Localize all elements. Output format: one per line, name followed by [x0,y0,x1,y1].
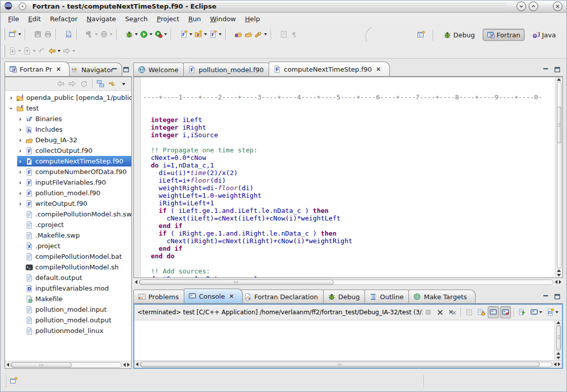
tree-item-cproject[interactable]: .cproject [5,219,131,230]
close-tab-icon[interactable]: × [56,66,61,73]
tab-make-targets[interactable]: Make Targets [408,290,475,303]
code-editor[interactable]: ----+----1----+----2----+----3----+----4… [141,77,555,277]
tree-item-includes[interactable]: ›hIncludes [5,124,131,135]
close-tab-icon[interactable]: × [229,293,234,300]
show-stdout-button[interactable] [488,306,499,318]
editor-vertical-scrollbar[interactable] [555,77,562,277]
maximize-view-button[interactable] [553,293,561,302]
dropdown-arrow-icon[interactable] [33,50,36,52]
tab-outline[interactable]: Outline [365,290,412,303]
show-whitespace-button[interactable]: ¶ [289,28,299,41]
open-console-button[interactable] [545,306,560,318]
tab-problems[interactable]: Problems [133,290,187,303]
tree-expand-icon[interactable]: › [17,169,23,176]
dropdown-arrow-icon[interactable] [18,33,21,35]
editor-horizontal-scrollbar[interactable] [133,278,563,286]
dropdown-arrow-icon[interactable] [189,33,192,35]
dropdown-arrow-icon[interactable] [555,311,558,313]
scroll-right-icon[interactable] [559,280,561,284]
remove-launch-button[interactable] [435,306,446,318]
view-back-button[interactable] [56,77,66,90]
show-stderr-button[interactable] [500,306,511,318]
window-menu-icon[interactable] [19,3,26,10]
search-flashlight-button[interactable] [253,28,268,41]
scroll-right-icon[interactable] [127,363,130,367]
save-button[interactable] [33,28,43,41]
menu-run[interactable]: Run [184,14,205,24]
scroll-up-icon[interactable] [556,352,560,355]
scroll-lock-button[interactable] [476,306,487,318]
tree-expand-icon[interactable]: › [17,126,23,133]
tree-item-inputfilevariables-mod[interactable]: Dinputfilevariables.mod [5,283,131,294]
open-resource-button[interactable] [243,28,253,41]
tab-console[interactable]: Console× [184,289,243,303]
new-fortran-project-button[interactable]: F [193,28,208,41]
tab-fortran-pr[interactable]: FFortran Pr× [5,62,70,76]
new-fortran-file-alt-button[interactable]: F [208,28,223,41]
pin-console-button[interactable] [517,306,528,318]
dropdown-arrow-icon[interactable] [58,50,61,52]
console-horizontal-scrollbar[interactable] [134,360,562,368]
prev-annotation-button[interactable] [22,44,37,58]
open-perspective-button[interactable] [416,28,426,41]
tree-item-makefile[interactable]: Makefile [5,294,131,304]
menu-help[interactable]: Help [240,14,265,24]
tree-item-makefile-swp[interactable]: .Makefile.swp [5,230,131,241]
tree-expand-icon[interactable]: › [8,94,14,101]
view-menu-button[interactable] [119,77,129,90]
scroll-up-icon[interactable] [557,269,561,272]
tree-item-pollutionmodel-linux[interactable]: pollutionmodel_linux [5,325,131,336]
tab-pollution-model-f90[interactable]: Fpollution_model.f90 [183,63,272,76]
dropdown-arrow-icon[interactable] [110,33,113,35]
scroll-up-icon[interactable] [556,321,560,324]
clear-console-button[interactable] [463,306,475,318]
binary-doc-button[interactable]: 010 [64,28,74,41]
tree-item-pollution-model-f90[interactable]: ›Fpollution_model.f90 [5,188,131,198]
menu-refactor[interactable]: Refactor [45,14,82,24]
scroll-up-icon[interactable] [557,78,561,81]
scroll-left-icon[interactable] [136,362,138,366]
tree-item-compilepollutionmodel-sh[interactable]: compilePollutionModel.sh [5,262,131,272]
tree-horizontal-scrollbar[interactable] [5,361,131,368]
back-button[interactable] [47,44,62,58]
menu-search[interactable]: Search [121,14,152,24]
menu-file[interactable]: File [4,14,24,24]
tab-computenexttimestep-f90[interactable]: FcomputeNextTimeStep.f90× [269,62,389,76]
dropdown-arrow-icon[interactable] [219,33,222,35]
tree-item-openda-public-openda-1-public-trur[interactable]: ›Jopenda_public [openda_1/public/trur [5,92,131,103]
scroll-left-icon[interactable] [7,363,9,367]
tree-item-pollution-model-input[interactable]: pollution_model.input [5,304,131,315]
tree-item-pollution-model-output[interactable]: pollution_model.output [5,315,131,325]
tree-item-binaries[interactable]: ›10Binaries [5,114,131,124]
fast-view-button[interactable] [10,377,18,386]
tree-item-compilepollutionmodel-sh-swp[interactable]: .compilePollutionModel.sh.swp [5,209,131,219]
maximize-button[interactable] [529,2,538,11]
tree-item-computenexttimestep-f90[interactable]: ›FcomputeNextTimeStep.f90 [5,156,131,166]
toolbar-handle[interactable] [4,45,5,57]
minimize-button[interactable] [517,2,526,11]
scroll-down-icon[interactable] [557,274,561,276]
new-wizard-button[interactable] [8,28,22,41]
menu-window[interactable]: Window [205,14,240,24]
run-button[interactable] [139,28,153,41]
console-vertical-scrollbar[interactable] [554,320,562,360]
last-edit-location-button[interactable] [37,44,47,58]
tree-item-debug-ia-32[interactable]: ›Debug_IA-32 [5,135,131,145]
terminate-button[interactable] [423,306,434,318]
menu-project[interactable]: Project [152,14,184,24]
scroll-right-icon[interactable] [558,362,560,366]
tree-expand-icon[interactable]: › [17,200,23,207]
remove-all-terminated-button[interactable] [447,306,458,318]
minimize-view-button[interactable] [542,293,550,302]
perspective-java[interactable]: JJava [529,29,559,40]
collapse-all-button[interactable] [95,77,106,90]
tree-expand-icon[interactable]: › [17,190,23,197]
tree-expand-icon[interactable]: › [17,147,23,154]
next-annotation-button[interactable] [8,44,22,58]
close-button[interactable] [553,2,562,11]
tab-welcome[interactable]: Welcome [133,63,187,76]
close-tab-icon[interactable]: × [376,66,381,73]
perspective-debug[interactable]: Debug [440,29,479,40]
dropdown-arrow-icon[interactable] [18,50,21,52]
view-forward-button[interactable] [67,77,77,90]
